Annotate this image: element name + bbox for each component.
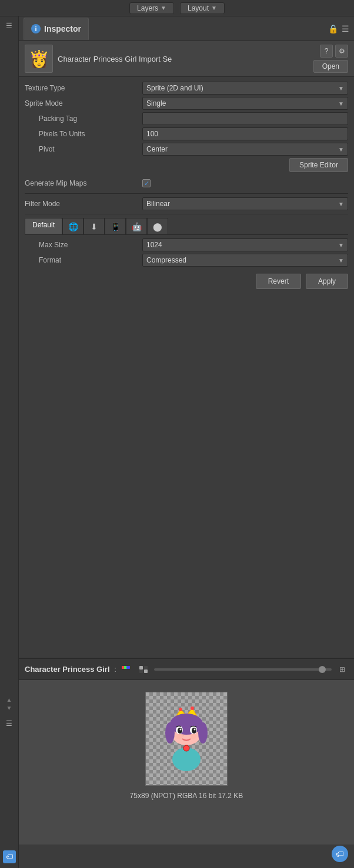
svg-point-20 <box>182 735 184 736</box>
pixels-to-units-control <box>142 127 348 140</box>
asset-info: Character Princess Girl Import Se <box>58 55 309 63</box>
info-icon: i <box>31 24 41 33</box>
svg-point-12 <box>165 722 175 743</box>
bottom-tag-area: 🏷 <box>19 845 354 868</box>
pixels-to-units-input[interactable] <box>142 127 348 140</box>
layers-label: Layers <box>137 4 158 12</box>
open-button[interactable]: Open <box>313 60 348 73</box>
layers-dropdown[interactable]: Layers ▼ <box>129 2 174 14</box>
left-sidebar: ☰ ▲ ▼ ☰ 🏷 <box>0 16 19 868</box>
default-tab-label: Default <box>32 221 55 229</box>
bottom-header: Character Princess Girl : <box>19 659 354 680</box>
preview-image <box>145 692 228 786</box>
generate-mip-maps-checkbox[interactable]: ✓ <box>142 179 151 187</box>
svg-point-13 <box>198 722 208 743</box>
zoom-slider-container <box>154 668 332 671</box>
filter-mode-row: Filter Mode Bilinear ▼ <box>25 197 348 210</box>
filter-mode-dropdown[interactable]: Bilinear ▼ <box>142 197 348 210</box>
texture-type-control: Sprite (2D and UI) ▼ <box>142 82 348 95</box>
max-size-label: Max Size <box>25 241 142 249</box>
texture-type-dropdown[interactable]: Sprite (2D and UI) ▼ <box>142 82 348 95</box>
sidebar-hamburger-icon[interactable]: ☰ <box>2 19 16 33</box>
sprite-editor-button[interactable]: Sprite Editor <box>289 158 348 172</box>
pivot-control: Center ▼ <box>142 143 348 156</box>
packing-tag-input[interactable] <box>142 112 348 125</box>
layout-arrow: ▼ <box>211 5 217 11</box>
svg-rect-2 <box>126 666 130 669</box>
layers-arrow: ▼ <box>161 5 166 11</box>
asset-actions: ? ⚙ Open <box>313 45 348 73</box>
filter-mode-control: Bilinear ▼ <box>142 197 348 210</box>
alpha-icon-btn[interactable] <box>138 664 149 675</box>
inspector-title: Inspector <box>44 24 81 33</box>
svg-point-17 <box>192 728 196 734</box>
svg-point-22 <box>191 734 196 739</box>
sidebar-scroll-down[interactable]: ▼ <box>2 704 16 712</box>
format-row: Format Compressed ▼ <box>25 254 348 267</box>
tab-blackberry[interactable]: ⬤ <box>147 218 168 234</box>
tag-icon-corner[interactable]: 🏷 <box>332 846 348 862</box>
main-container: ☰ ▲ ▼ ☰ 🏷 i Inspector 🔒 ☰ 👸 <box>0 16 354 868</box>
help-button[interactable]: ? <box>320 45 333 58</box>
blackberry-icon: ⬤ <box>153 222 162 231</box>
download-icon: ⬇ <box>91 222 98 231</box>
generate-mip-maps-control: ✓ <box>142 179 151 187</box>
texture-type-arrow: ▼ <box>338 85 344 92</box>
pixels-to-units-row: Pixels To Units <box>25 127 348 140</box>
format-dropdown[interactable]: Compressed ▼ <box>142 254 348 267</box>
platform-tabs: Default 🌐 ⬇ 📱 🤖 ⬤ <box>25 218 348 235</box>
packing-tag-control <box>142 112 348 125</box>
sprite-mode-dropdown[interactable]: Single ▼ <box>142 97 348 110</box>
sprite-editor-row: Sprite Editor <box>25 158 348 172</box>
sprite-mode-arrow: ▼ <box>338 100 344 107</box>
pivot-arrow: ▼ <box>338 146 344 153</box>
preview-info: 75x89 (NPOT) RGBA 16 bit 17.2 KB <box>130 792 243 800</box>
tab-download[interactable]: ⬇ <box>84 218 105 234</box>
pivot-dropdown[interactable]: Center ▼ <box>142 143 348 156</box>
menu-icon[interactable]: ☰ <box>342 24 349 33</box>
sidebar-scroll-up[interactable]: ▲ <box>2 695 16 704</box>
settings-button[interactable]: ⚙ <box>335 45 348 58</box>
sidebar-tag-icon[interactable]: 🏷 <box>3 850 16 863</box>
max-size-dropdown[interactable]: 1024 ▼ <box>142 238 348 251</box>
tab-mobile[interactable]: 📱 <box>105 218 126 234</box>
generate-mip-maps-row: Generate Mip Maps ✓ <box>25 177 348 190</box>
divider-2 <box>25 214 348 214</box>
format-arrow: ▼ <box>338 257 344 264</box>
max-size-arrow: ▼ <box>338 242 344 248</box>
pixels-to-units-label: Pixels To Units <box>25 130 142 138</box>
tab-default[interactable]: Default <box>25 218 62 234</box>
header-icons: 🔒 ☰ <box>328 24 349 33</box>
texture-type-row: Texture Type Sprite (2D and UI) ▼ <box>25 82 348 95</box>
max-size-value: 1024 <box>146 241 162 249</box>
checker-icon-btn[interactable]: ⊞ <box>336 664 348 675</box>
mobile-icon: 📱 <box>111 222 121 231</box>
zoom-slider-thumb[interactable] <box>319 666 326 673</box>
tab-android[interactable]: 🤖 <box>126 218 147 234</box>
apply-button[interactable]: Apply <box>306 274 348 289</box>
pivot-value: Center <box>146 145 168 153</box>
svg-point-18 <box>180 729 182 731</box>
texture-type-label: Texture Type <box>25 84 142 92</box>
zoom-slider[interactable] <box>154 668 332 671</box>
sidebar-hamburger-icon-2[interactable]: ☰ <box>2 716 16 731</box>
top-bar: Layers ▼ Layout ▼ <box>0 0 354 16</box>
packing-tag-label: Packing Tag <box>25 115 142 123</box>
princess-svg <box>157 704 216 774</box>
layout-dropdown[interactable]: Layout ▼ <box>180 2 225 14</box>
divider-1 <box>25 193 348 194</box>
filter-mode-value: Bilinear <box>146 200 170 208</box>
lock-icon[interactable]: 🔒 <box>328 24 338 33</box>
svg-point-9 <box>191 706 194 710</box>
layout-label: Layout <box>188 4 209 12</box>
sprite-mode-label: Sprite Mode <box>25 99 142 107</box>
colon: : <box>115 665 116 674</box>
pivot-row: Pivot Center ▼ <box>25 143 348 156</box>
svg-rect-5 <box>139 669 143 673</box>
max-size-row: Max Size 1024 ▼ <box>25 238 348 251</box>
icon-btn-row: ? ⚙ <box>320 45 348 58</box>
inspector-tab: i Inspector 🔒 ☰ <box>19 16 354 41</box>
rgb-icon-btn[interactable] <box>121 664 133 675</box>
tab-web[interactable]: 🌐 <box>62 218 84 234</box>
revert-button[interactable]: Revert <box>256 274 301 289</box>
